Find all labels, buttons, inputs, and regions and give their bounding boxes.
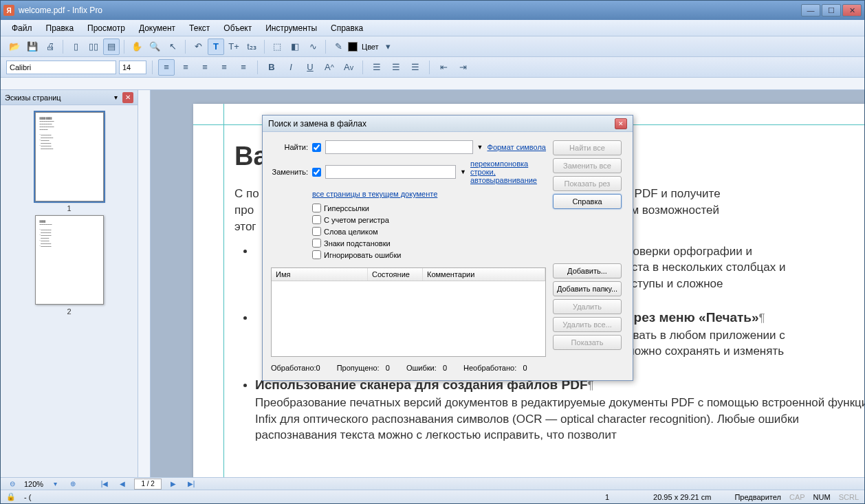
menu-text[interactable]: Текст xyxy=(184,22,215,34)
doc-list-item: Использование сканера для создания файло… xyxy=(255,376,864,443)
text-tool-button[interactable]: T xyxy=(208,39,224,55)
line-spacing-1-button[interactable]: ☰ xyxy=(369,59,385,76)
replace-enabled-checkbox[interactable] xyxy=(312,168,321,177)
show-results-button[interactable]: Показать рез xyxy=(553,176,622,191)
last-page-button[interactable]: ▶| xyxy=(185,479,197,490)
crop-button[interactable]: ⬚ xyxy=(269,39,285,55)
char-format-link[interactable]: Формат символа xyxy=(488,143,546,151)
superscript-button[interactable]: A^ xyxy=(321,59,338,76)
whole-words-checkbox[interactable] xyxy=(312,227,321,236)
show-button[interactable]: Показать xyxy=(553,335,622,350)
find-input[interactable] xyxy=(325,140,473,154)
page-single-button[interactable]: ▯ xyxy=(67,39,84,55)
next-page-button[interactable]: ▶ xyxy=(167,479,179,490)
reflow-link[interactable]: перекомпоновка строки, автовыравнивание xyxy=(470,160,546,184)
path-tool-button[interactable]: ∿ xyxy=(305,39,321,55)
text-plus-button[interactable]: T+ xyxy=(226,39,242,55)
italic-button[interactable]: I xyxy=(283,59,299,76)
match-case-checkbox[interactable] xyxy=(312,215,321,224)
page-facing-button[interactable]: ▯▯ xyxy=(85,39,102,55)
replace-all-button[interactable]: Заменить все xyxy=(553,158,622,173)
save-button[interactable]: 💾 xyxy=(24,39,41,55)
thumbnail-page-2[interactable]: ████▬▬▬▬▬▬• ▬▬▬▬▬ ▬▬▬▬▬• ▬▬▬▬▬ ▬▬▬▬• ▬▬▬… xyxy=(35,215,104,305)
find-enabled-checkbox[interactable] xyxy=(312,143,321,152)
horizontal-ruler[interactable] xyxy=(1,78,864,90)
zoom-in-button[interactable]: ⊕ xyxy=(67,479,79,490)
page-continuous-button[interactable]: ▤ xyxy=(103,39,120,55)
bold-button[interactable]: B xyxy=(263,59,280,76)
col-comments[interactable]: Комментарии xyxy=(423,268,545,281)
sidebar-header: Эскизы страниц ▾ ✕ xyxy=(1,90,138,105)
menu-document[interactable]: Документ xyxy=(133,22,181,34)
align-left-button[interactable]: ≡ xyxy=(158,59,175,76)
menu-edit[interactable]: Правка xyxy=(41,22,80,34)
color-dropdown[interactable]: ▾ xyxy=(380,39,397,55)
subscript-button[interactable]: Av xyxy=(340,59,357,76)
app-window: Я welcome.pdf - Infix Pro — ☐ ✕ Файл Пра… xyxy=(0,0,865,504)
wildcards-checkbox[interactable] xyxy=(312,239,321,248)
page-number-input[interactable] xyxy=(134,479,162,490)
dialog-title: Поиск и замена в файлах xyxy=(268,119,366,129)
ignore-errors-checkbox[interactable] xyxy=(312,250,321,259)
thumbnail-page-1[interactable]: ████ ████▬▬▬▬▬▬▬▬▬▬▬▬▬▬▬▬▬▬▬▬▬▬▬▬• ▬▬▬▬▬… xyxy=(35,112,104,201)
thumbnails-sidebar: Эскизы страниц ▾ ✕ ████ ████▬▬▬▬▬▬▬▬▬▬▬▬… xyxy=(1,90,138,479)
dialog-titlebar[interactable]: Поиск и замена в файлах ✕ xyxy=(263,116,633,132)
add-button[interactable]: Добавить... xyxy=(553,263,622,278)
toolbar-format: ≡ ≡ ≡ ≡ ≡ B I U A^ Av ☰ ☰ ☰ ⇤ ⇥ xyxy=(1,57,864,78)
status-dimensions: 20.95 x 29.21 cm xyxy=(653,493,711,501)
menu-tools[interactable]: Инструменты xyxy=(260,22,322,34)
open-button[interactable]: 📂 xyxy=(6,39,23,55)
status-cap: CAP xyxy=(789,493,805,501)
hyperlinks-checkbox[interactable] xyxy=(312,204,321,212)
zoom-dropdown[interactable]: ▾ xyxy=(49,479,61,490)
color-swatch[interactable] xyxy=(348,42,358,52)
undo-button[interactable]: ↶ xyxy=(190,39,206,55)
select-tool-button[interactable]: ↖ xyxy=(164,39,181,55)
first-page-button[interactable]: |◀ xyxy=(98,479,111,490)
replace-input[interactable] xyxy=(325,165,456,179)
align-right-button[interactable]: ≡ xyxy=(197,59,213,76)
align-justify-all-button[interactable]: ≡ xyxy=(235,59,252,76)
minimize-button[interactable]: — xyxy=(801,4,820,17)
line-spacing-3-button[interactable]: ☰ xyxy=(407,59,424,76)
menu-file[interactable]: Файл xyxy=(6,22,38,34)
find-all-button[interactable]: Найти все xyxy=(553,140,622,155)
close-button[interactable]: ✕ xyxy=(842,4,862,17)
zoom-tool-button[interactable]: 🔍 xyxy=(146,39,163,55)
align-center-button[interactable]: ≡ xyxy=(177,59,194,76)
add-folder-button[interactable]: Добавить папку... xyxy=(553,281,622,296)
hand-tool-button[interactable]: ✋ xyxy=(129,39,145,55)
thumbnails-list: ████ ████▬▬▬▬▬▬▬▬▬▬▬▬▬▬▬▬▬▬▬▬▬▬▬▬• ▬▬▬▬▬… xyxy=(1,105,138,479)
dialog-close-button[interactable]: ✕ xyxy=(615,118,627,129)
underline-button[interactable]: U xyxy=(302,59,318,76)
maximize-button[interactable]: ☐ xyxy=(822,4,841,17)
menu-view[interactable]: Просмотр xyxy=(82,22,131,34)
indent-left-button[interactable]: ⇤ xyxy=(435,59,452,76)
status-scrl: SCRL xyxy=(839,493,859,501)
delete-button[interactable]: Удалить xyxy=(553,299,622,314)
print-button[interactable]: 🖨 xyxy=(42,39,58,55)
indent-right-button[interactable]: ⇥ xyxy=(455,59,471,76)
font-size-select[interactable] xyxy=(119,61,146,74)
align-justify-button[interactable]: ≡ xyxy=(216,59,232,76)
delete-all-button[interactable]: Удалить все... xyxy=(553,317,622,332)
prev-page-button[interactable]: ◀ xyxy=(116,479,129,490)
status-bar: 🔒 - ( 1 20.95 x 29.21 cm Предварител CAP… xyxy=(1,490,864,503)
eyedropper-button[interactable]: ✎ xyxy=(330,39,347,55)
line-spacing-2-button[interactable]: ☰ xyxy=(388,59,404,76)
vertical-ruler[interactable] xyxy=(138,90,151,479)
object-tool-button[interactable]: ◧ xyxy=(287,39,303,55)
menu-object[interactable]: Объект xyxy=(218,22,257,34)
col-state[interactable]: Состояние xyxy=(368,268,423,281)
spacing-button[interactable]: t₂₃ xyxy=(243,39,260,55)
menu-help[interactable]: Справка xyxy=(325,22,369,34)
font-select[interactable] xyxy=(6,61,116,74)
toolbar-main: 📂 💾 🖨 ▯ ▯▯ ▤ ✋ 🔍 ↖ ↶ T T+ t₂₃ ⬚ ◧ ∿ ✎ Цв… xyxy=(1,36,864,57)
zoom-out-button[interactable]: ⊖ xyxy=(6,479,19,490)
help-button[interactable]: Справка xyxy=(553,194,622,209)
file-list[interactable]: Имя Состояние Комментарии xyxy=(271,267,546,357)
sidebar-close-button[interactable]: ✕ xyxy=(122,92,133,103)
pages-scope-link[interactable]: все страницы в текущем документе xyxy=(312,190,437,198)
col-name[interactable]: Имя xyxy=(272,268,368,281)
sidebar-dropdown-button[interactable]: ▾ xyxy=(110,92,121,103)
